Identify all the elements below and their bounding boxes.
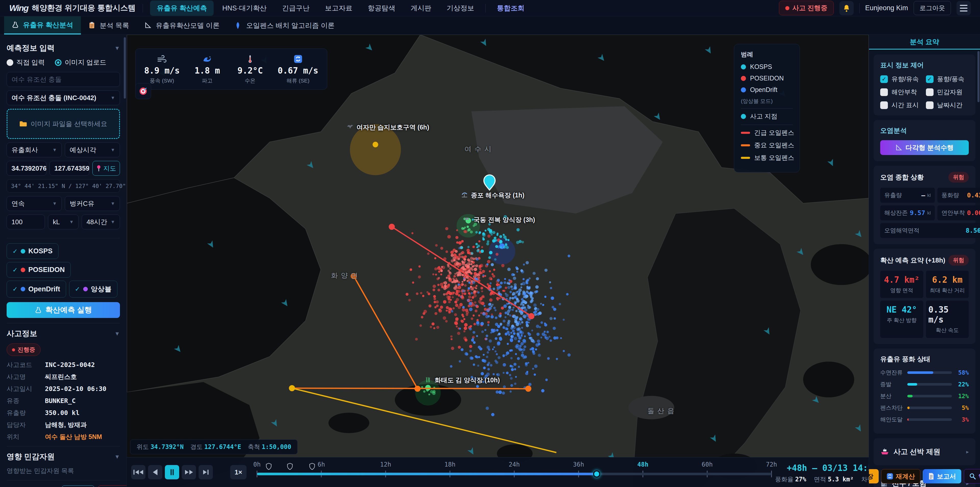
incident-row-label: 사고코드 bbox=[6, 361, 45, 369]
predict-input-header: 예측정보 입력 bbox=[6, 43, 55, 53]
time-select[interactable]: 예상시각 ▼ bbox=[65, 142, 120, 157]
timeline-track-area: 0h6h12h18h24h36h48h60h72h bbox=[127, 457, 869, 487]
action-button-보고서[interactable]: 보고서 bbox=[923, 469, 961, 484]
duration-select[interactable]: 48시간 ▼ bbox=[82, 214, 120, 229]
tab-label: 오일펜스 배치 알고리즘 이론 bbox=[246, 21, 335, 30]
weathering-bar-증발: 증발22% bbox=[880, 380, 969, 388]
display-check-풍향/풍속[interactable]: ✓풍향/풍속 bbox=[926, 75, 969, 83]
timeline-track[interactable] bbox=[257, 473, 772, 475]
latitude-input[interactable]: 34.7392076023 bbox=[6, 161, 46, 176]
incident-status-badge: 진행중 bbox=[6, 343, 41, 356]
legend-incident-item: 사고 지점 bbox=[741, 112, 793, 121]
incident-name-input[interactable]: 여수 유조선 충돌 bbox=[6, 72, 120, 87]
timeline-knob[interactable] bbox=[593, 470, 600, 477]
display-check-해안부착[interactable]: 해안부착 bbox=[880, 88, 923, 96]
pick-on-map-button[interactable]: 지도 bbox=[92, 161, 120, 176]
collapse-caret-icon[interactable]: ▼ bbox=[115, 45, 120, 51]
model-chip-POSEIDON[interactable]: ✓POSEIDON bbox=[6, 262, 71, 278]
model-chip-앙상블[interactable]: ✓앙상블 bbox=[69, 281, 118, 297]
chevron-right-icon: ▸ bbox=[966, 449, 969, 455]
timeline-tick-label: 36h bbox=[573, 461, 584, 468]
focus-incident-button[interactable] bbox=[135, 83, 151, 99]
map-legend: 범례 KOSPSPOSEIDONOpenDrift (앙상블 모드) 사고 지점… bbox=[734, 44, 800, 172]
left-sidebar: 예측정보 입력 ▼ 직접 입력 이미지 업로드 여수 유조선 충돌 여수 유조선… bbox=[0, 35, 127, 487]
collapse-caret-icon[interactable]: ▼ bbox=[115, 331, 120, 337]
display-check-시간 표시[interactable]: 시간 표시 bbox=[880, 101, 923, 109]
incident-row: 사고명씨프린스호 bbox=[6, 373, 120, 381]
nav-item[interactable]: 긴급구난 bbox=[275, 0, 316, 16]
logout-button[interactable]: 로그아웃 bbox=[914, 1, 951, 15]
fence-line-icon bbox=[741, 157, 750, 159]
fence-event-marker-icon[interactable] bbox=[266, 463, 272, 470]
fence-event-marker-icon[interactable] bbox=[309, 463, 315, 470]
legend-dot-icon bbox=[741, 76, 746, 81]
model-chip-OpenDrift[interactable]: ✓OpenDrift bbox=[6, 281, 66, 297]
ship-spec-card[interactable]: 사고 선박 제원 ▸ bbox=[873, 438, 975, 465]
tab-유출유확산모델 이론[interactable]: 유출유확산모델 이론 bbox=[137, 16, 228, 35]
all-layers-on-button[interactable]: 전체 켜기 bbox=[62, 485, 94, 487]
fence-line-icon bbox=[741, 144, 750, 146]
radio-image-upload[interactable]: 이미지 업로드 bbox=[55, 58, 106, 67]
incident-row: 위치여수 돌산 남방 5NM bbox=[6, 433, 120, 441]
danger-badge: 위험 bbox=[948, 172, 969, 183]
nav-item[interactable]: 항공탐색 bbox=[361, 0, 402, 16]
danger-badge: 위험 bbox=[948, 255, 969, 266]
weather-label: 수온 bbox=[245, 77, 256, 84]
radio-direct-input[interactable]: 직접 입력 bbox=[6, 58, 45, 67]
run-prediction-button[interactable]: 확산예측 실행 bbox=[6, 302, 120, 318]
tab-분석 목록[interactable]: 분석 목록 bbox=[81, 16, 137, 35]
polygon-analysis-button[interactable]: 다각형 분석수행 bbox=[880, 140, 969, 155]
timeline-tick-label: 60h bbox=[702, 461, 713, 468]
action-button-역추적[interactable]: 역추적 bbox=[964, 469, 980, 484]
spill-type-select[interactable]: 연속 ▼ bbox=[6, 196, 62, 211]
oil-type-select[interactable]: 벙커C유 ▼ bbox=[65, 196, 120, 211]
fence-event-marker-icon[interactable] bbox=[287, 463, 293, 470]
pollution-analysis-title: 오염분석 bbox=[880, 126, 969, 135]
tab-유출유 확산분석[interactable]: 유출유 확산분석 bbox=[4, 16, 81, 35]
user-name: Eunjeong Kim bbox=[865, 4, 908, 12]
dropzone-hint: 이미지 파일을 선택하세요 bbox=[30, 120, 107, 128]
company-select-value: 유출회사 bbox=[11, 145, 38, 155]
nav-item[interactable]: 보고자료 bbox=[318, 0, 359, 16]
collapse-caret-icon[interactable]: ▼ bbox=[115, 453, 120, 460]
tab-오일펜스 배치 알고리즘 이론[interactable]: 오일펜스 배치 알고리즘 이론 bbox=[228, 16, 342, 35]
chevron-down-icon: ▼ bbox=[52, 147, 57, 153]
boom-icon bbox=[235, 22, 243, 29]
check-label: 유향/유속 bbox=[891, 75, 919, 83]
menu-button[interactable] bbox=[956, 1, 971, 15]
image-dropzone[interactable]: 이미지 파일을 선택하세요 bbox=[6, 109, 120, 139]
check-label: 민감자원 bbox=[937, 88, 963, 96]
action-button-저장[interactable]: 저장 bbox=[869, 469, 879, 484]
action-button-재계산[interactable]: 재계산 bbox=[881, 469, 920, 484]
overall-stat-row: 유출량—kl bbox=[880, 188, 935, 203]
weather-cell: 9.2°C수온 bbox=[235, 54, 266, 84]
nav-item[interactable]: 게시판 bbox=[404, 0, 438, 16]
weathering-bar-분산: 분산12% bbox=[880, 392, 969, 400]
check-icon: ✓ bbox=[75, 286, 80, 293]
all-layers-off-button[interactable]: 전체 끄기 bbox=[98, 485, 127, 487]
rightpanel-scrollbar[interactable] bbox=[977, 51, 980, 102]
nav-item[interactable]: HNS·대기확산 bbox=[216, 0, 273, 16]
sidebar-scrollbar[interactable] bbox=[124, 37, 126, 99]
model-chip-KOSPS[interactable]: ✓KOSPS bbox=[6, 243, 59, 259]
incident-badge-label: 사고 진행중 bbox=[792, 3, 827, 13]
notifications-button[interactable] bbox=[839, 1, 854, 15]
longitude-input[interactable]: 127.674359903 bbox=[49, 161, 89, 176]
display-check-민감자원[interactable]: 민감자원 bbox=[926, 88, 969, 96]
display-check-유향/유속[interactable]: ✓유향/유속 bbox=[880, 75, 923, 83]
nav-item[interactable]: 통합조회 bbox=[490, 0, 531, 16]
weather-value: 1.8 m bbox=[194, 65, 220, 76]
nav-item[interactable]: 기상정보 bbox=[440, 0, 481, 16]
incident-select-value: 여수 유조선 충돌 (INC-0042) bbox=[11, 93, 96, 102]
map-canvas[interactable]: 8.9 m/s풍속 (SW)1.8 m파고9.2°C수온0.67 m/s해류 (… bbox=[127, 35, 869, 487]
company-select[interactable]: 유출회사 ▼ bbox=[6, 142, 62, 157]
display-check-날짜시간[interactable]: 날짜시간 bbox=[926, 101, 969, 109]
check-icon: ✓ bbox=[13, 248, 18, 255]
amount-input[interactable]: 100 bbox=[6, 214, 45, 229]
incident-row-label: 위치 bbox=[6, 433, 45, 441]
analysis-summary-tab[interactable]: 분석 요약 bbox=[869, 35, 980, 49]
unit-select[interactable]: kL ▼ bbox=[48, 214, 79, 229]
incident-select[interactable]: 여수 유조선 충돌 (INC-0042) ▼ bbox=[6, 90, 120, 105]
nav-item[interactable]: 유출유 확산예측 bbox=[150, 0, 213, 16]
weather-cell: 8.9 m/s풍속 (SW) bbox=[144, 54, 180, 84]
